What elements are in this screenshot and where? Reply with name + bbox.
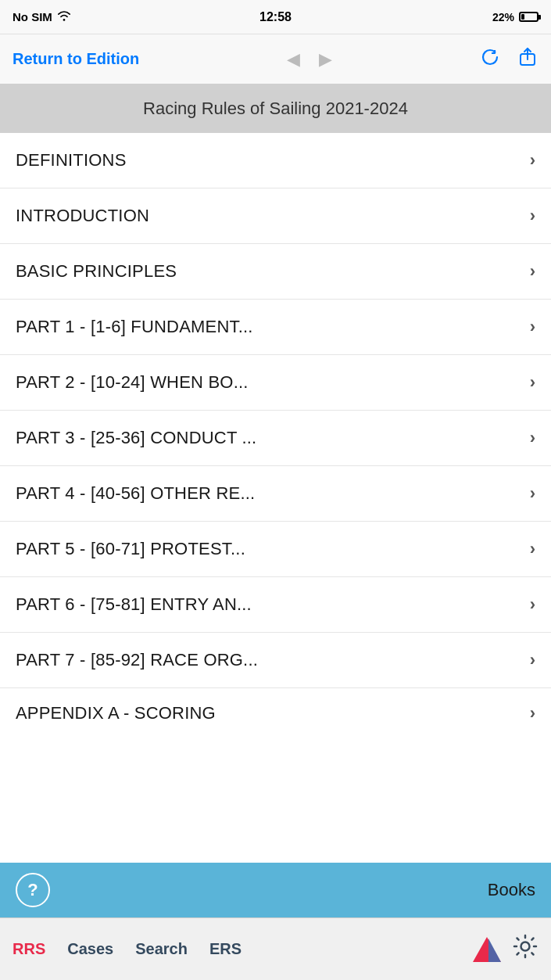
nav-center: ◀ ▶ — [287, 49, 332, 70]
tab-items-left: RRS Cases Search ERS — [13, 940, 471, 958]
toc-label-basic-principles: BASIC PRINCIPLES — [16, 261, 177, 282]
toc-item-part6[interactable]: PART 6 - [75-81] ENTRY AN... › — [0, 577, 551, 633]
toc-label-appendix-a: APPENDIX A - SCORING — [16, 703, 216, 723]
chevron-part3-icon: › — [530, 428, 535, 448]
book-title: Racing Rules of Sailing 2021-2024 — [143, 99, 408, 118]
wifi-icon — [57, 10, 71, 23]
toc-label-part6: PART 6 - [75-81] ENTRY AN... — [16, 594, 252, 615]
toc-label-definitions: DEFINITIONS — [16, 150, 127, 171]
tab-cases[interactable]: Cases — [67, 940, 113, 958]
bottom-toolbar: ? Books — [0, 863, 551, 917]
chevron-part7-icon: › — [530, 650, 535, 670]
carrier-label: No SIM — [13, 10, 52, 23]
return-to-edition-button[interactable]: Return to Edition — [13, 50, 139, 68]
chevron-introduction-icon: › — [530, 206, 535, 226]
chevron-part5-icon: › — [530, 539, 535, 559]
toc-label-part4: PART 4 - [40-56] OTHER RE... — [16, 483, 255, 504]
forward-arrow-button[interactable]: ▶ — [319, 49, 332, 70]
chevron-part6-icon: › — [530, 594, 535, 615]
toc-label-part2: PART 2 - [10-24] WHEN BO... — [16, 372, 249, 393]
back-arrow-button[interactable]: ◀ — [287, 49, 300, 70]
chevron-part2-icon: › — [530, 372, 535, 393]
toc-item-part4[interactable]: PART 4 - [40-56] OTHER RE... › — [0, 466, 551, 522]
tab-ers[interactable]: ERS — [209, 940, 242, 958]
status-time: 12:58 — [259, 10, 292, 24]
chevron-basic-principles-icon: › — [530, 261, 535, 282]
battery-icon — [519, 12, 538, 22]
help-button[interactable]: ? — [16, 873, 50, 907]
status-left: No SIM — [13, 10, 71, 23]
tab-bar: RRS Cases Search ERS — [0, 917, 551, 980]
reload-button[interactable] — [479, 46, 501, 73]
toc-label-part7: PART 7 - [85-92] RACE ORG... — [16, 650, 258, 670]
toc-label-introduction: INTRODUCTION — [16, 206, 149, 226]
toc-item-part5[interactable]: PART 5 - [60-71] PROTEST... › — [0, 522, 551, 577]
status-bar: No SIM 12:58 22% — [0, 0, 551, 34]
toc-item-part7[interactable]: PART 7 - [85-92] RACE ORG... › — [0, 633, 551, 688]
toc-item-part3[interactable]: PART 3 - [25-36] CONDUCT ... › — [0, 411, 551, 466]
chevron-appendix-a-icon: › — [530, 703, 535, 723]
nav-left: Return to Edition — [13, 50, 139, 68]
toc-item-introduction[interactable]: INTRODUCTION › — [0, 188, 551, 244]
toc-item-part2[interactable]: PART 2 - [10-24] WHEN BO... › — [0, 355, 551, 411]
battery-pct-label: 22% — [492, 11, 514, 23]
toc-label-part1: PART 1 - [1-6] FUNDAMENT... — [16, 317, 253, 337]
toc-label-part3: PART 3 - [25-36] CONDUCT ... — [16, 428, 256, 448]
toc-item-part1[interactable]: PART 1 - [1-6] FUNDAMENT... › — [0, 300, 551, 355]
share-button[interactable] — [517, 46, 538, 73]
tab-icons-right — [471, 933, 538, 966]
tab-rrs[interactable]: RRS — [13, 940, 45, 958]
nav-bar: Return to Edition ◀ ▶ — [0, 34, 551, 84]
book-header: Racing Rules of Sailing 2021-2024 — [0, 84, 551, 133]
books-button[interactable]: Books — [488, 880, 535, 900]
toc-list: DEFINITIONS › INTRODUCTION › BASIC PRINC… — [0, 133, 551, 727]
status-right: 22% — [492, 11, 538, 23]
tab-search[interactable]: Search — [135, 940, 188, 958]
toc-item-basic-principles[interactable]: BASIC PRINCIPLES › — [0, 244, 551, 300]
svg-marker-3 — [488, 939, 501, 962]
toc-item-definitions[interactable]: DEFINITIONS › — [0, 133, 551, 188]
toc-label-part5: PART 5 - [60-71] PROTEST... — [16, 539, 245, 559]
chevron-part1-icon: › — [530, 317, 535, 337]
settings-button[interactable] — [512, 933, 538, 966]
sailing-logo-icon — [471, 934, 503, 965]
svg-point-4 — [521, 942, 530, 950]
nav-right — [479, 46, 538, 73]
chevron-part4-icon: › — [530, 483, 535, 504]
chevron-definitions-icon: › — [530, 150, 535, 171]
toc-item-appendix-a[interactable]: APPENDIX A - SCORING › — [0, 688, 551, 727]
